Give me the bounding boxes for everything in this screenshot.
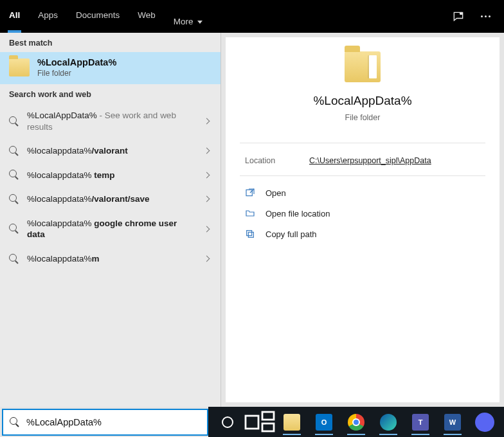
feedback-icon[interactable]	[445, 0, 472, 33]
best-match-title: %LocalAppData%	[37, 57, 116, 67]
suggestion-text: %localappdata%m	[27, 253, 197, 265]
tab-documents[interactable]: Documents	[67, 0, 129, 33]
folder-open-icon	[245, 208, 255, 219]
task-view-icon	[244, 411, 275, 434]
cortana-button[interactable]	[212, 409, 243, 435]
action-copy-path[interactable]: Copy full path	[226, 224, 500, 244]
bottom-bar: O T W	[0, 407, 504, 437]
preview-subtitle: File folder	[345, 113, 381, 122]
taskbar-app-edge[interactable]	[373, 409, 404, 435]
tab-all[interactable]: All	[0, 0, 29, 33]
tab-more-label: More	[174, 17, 194, 26]
outlook-icon: O	[316, 414, 332, 431]
file-explorer-icon	[284, 414, 300, 431]
search-suggestion[interactable]: %LocalAppData% - See work and web result…	[0, 103, 221, 139]
taskbar-app-word[interactable]: W	[437, 409, 468, 435]
search-scope-tabs: All Apps Documents Web More	[0, 0, 504, 33]
more-options-icon[interactable]	[472, 0, 499, 33]
best-match-result[interactable]: %LocalAppData% File folder	[0, 52, 221, 84]
search-icon	[9, 146, 19, 156]
suggestion-text: %localappdata% temp	[27, 170, 197, 181]
taskbar-app-explorer[interactable]	[276, 409, 307, 435]
teams-icon: T	[412, 414, 429, 431]
chevron-right-icon	[204, 256, 210, 262]
search-icon	[9, 224, 19, 234]
open-icon	[245, 188, 255, 198]
chevron-down-icon	[197, 21, 203, 24]
chevron-right-icon	[204, 226, 210, 232]
best-match-subtitle: File folder	[37, 69, 116, 78]
search-suggestion[interactable]: %localappdata%/valorant/save	[0, 187, 221, 211]
svg-rect-2	[248, 232, 253, 237]
folder-icon	[345, 51, 381, 82]
action-copy-path-label: Copy full path	[266, 229, 317, 239]
tab-web[interactable]: Web	[129, 0, 165, 33]
location-label: Location	[245, 156, 309, 165]
action-open[interactable]: Open	[226, 183, 500, 203]
chrome-icon	[348, 414, 364, 431]
edge-icon	[380, 414, 397, 431]
preview-pane: %LocalAppData% File folder Location C:\U…	[226, 37, 500, 402]
chevron-right-icon	[204, 196, 210, 202]
taskbar-app-teams[interactable]: T	[405, 409, 436, 435]
tab-apps[interactable]: Apps	[29, 0, 67, 33]
search-icon	[10, 417, 20, 427]
cortana-icon	[222, 416, 233, 428]
search-suggestion[interactable]: %localappdata%/valorant	[0, 139, 221, 163]
folder-icon	[9, 58, 30, 76]
search-icon	[9, 116, 19, 127]
tabs-group: All Apps Documents Web More	[0, 0, 212, 33]
search-suggestion[interactable]: %localappdata% temp	[0, 163, 221, 188]
taskbar-app-discord[interactable]	[469, 409, 500, 435]
preview-location-row: Location C:\Users\erpsupport_sipl\AppDat…	[226, 143, 500, 175]
taskbar: O T W	[208, 407, 504, 437]
location-link[interactable]: C:\Users\erpsupport_sipl\AppData	[309, 156, 431, 165]
search-icon	[9, 194, 19, 204]
search-box[interactable]	[2, 409, 208, 436]
discord-icon	[475, 413, 494, 432]
section-header-best-match: Best match	[0, 33, 221, 52]
svg-rect-5	[262, 412, 274, 420]
action-open-location[interactable]: Open file location	[226, 203, 500, 224]
search-suggestion[interactable]: %localappdata%m	[0, 247, 221, 271]
search-input[interactable]	[26, 417, 201, 427]
section-header-search-web: Search work and web	[0, 84, 221, 103]
chevron-right-icon	[204, 172, 210, 178]
word-icon: W	[444, 414, 461, 431]
svg-rect-3	[247, 231, 252, 236]
svg-point-0	[460, 12, 462, 14]
search-icon	[9, 254, 19, 264]
task-view-button[interactable]	[244, 409, 275, 435]
preview-title: %LocalAppData%	[313, 94, 411, 108]
svg-rect-4	[246, 416, 258, 429]
search-icon	[9, 170, 19, 180]
suggestion-text: %localappdata% google chrome user data	[27, 218, 197, 240]
suggestion-text: %localappdata%/valorant	[27, 145, 197, 157]
action-open-location-label: Open file location	[266, 209, 330, 219]
search-results-area: Best match %LocalAppData% File folder Se…	[0, 33, 504, 407]
suggestion-text: %LocalAppData% - See work and web result…	[27, 110, 197, 132]
tab-more[interactable]: More	[165, 0, 212, 33]
chevron-right-icon	[204, 118, 210, 125]
search-suggestion[interactable]: %localappdata% google chrome user data	[0, 211, 221, 247]
taskbar-app-outlook[interactable]: O	[309, 409, 339, 435]
chevron-right-icon	[204, 148, 210, 154]
suggestion-text: %localappdata%/valorant/save	[27, 193, 197, 205]
action-open-label: Open	[266, 188, 286, 198]
svg-rect-1	[246, 190, 252, 195]
copy-icon	[245, 229, 255, 239]
taskbar-app-chrome[interactable]	[341, 409, 372, 435]
results-list: Best match %LocalAppData% File folder Se…	[0, 33, 221, 407]
svg-rect-6	[262, 424, 274, 431]
